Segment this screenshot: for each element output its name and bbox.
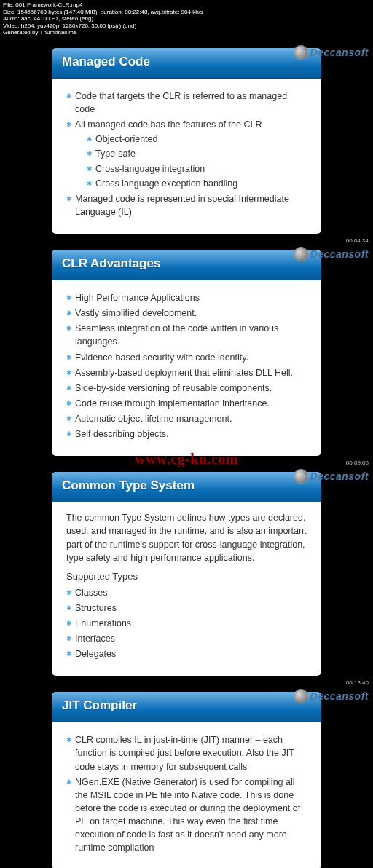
bullet-item: Side-by-side versioning of reusable comp…	[66, 382, 307, 395]
bullet-item: Structures	[66, 601, 307, 615]
meta-line: File: 001 Framework-CLR.mp4	[3, 1, 370, 9]
bullet-item: Code reuse through implementation inheri…	[66, 397, 307, 410]
slide-subheading: Supported Types	[66, 570, 307, 584]
slide-title: Managed Code	[52, 48, 321, 79]
sub-bullet-item: Cross-language integration	[87, 162, 307, 175]
logo-text: Deccansoft	[310, 47, 369, 58]
brand-logo: Deccansoft	[294, 469, 369, 484]
bullet-item: Delegates	[66, 647, 307, 660]
logo-icon	[294, 689, 308, 703]
bullet-item: Managed code is represented in special I…	[66, 192, 307, 218]
meta-line: Size: 154556763 bytes (147.40 MiB), dura…	[3, 9, 370, 16]
logo-icon	[294, 469, 308, 484]
bullet-item: NGen.EXE (Native Generator) is used for …	[66, 776, 307, 855]
slide-title: JIT Compiler	[52, 692, 321, 722]
slide-card: CLR Advantages High Performance Applicat…	[52, 250, 321, 456]
bullet-item: Seamless integration of the code written…	[66, 322, 307, 348]
bullet-item: Self describing objects.	[66, 427, 307, 441]
meta-line: Video: h264, yuv420p, 1280x720, 30.00 fp…	[3, 23, 370, 30]
slide-body: Code that targets the CLR is referred to…	[52, 79, 321, 234]
sub-bullet-item: Cross language exception handling	[87, 177, 307, 190]
timestamp: 00:09:06	[346, 459, 369, 466]
logo-icon	[294, 45, 308, 60]
bullet-list: Classes Structures Enumerations Interfac…	[66, 586, 307, 661]
slide-body: The common Type System defines how types…	[52, 502, 321, 676]
slide-thumbnail: Deccansoft CLR Advantages High Performan…	[0, 250, 373, 456]
brand-logo: Deccansoft	[294, 689, 369, 703]
bullet-list: Code that targets the CLR is referred to…	[66, 90, 307, 218]
bullet-item: Code that targets the CLR is referred to…	[66, 90, 307, 116]
bullet-item: High Performance Applications	[66, 291, 307, 304]
meta-line: Audio: aac, 44100 Hz, stereo (eng)	[3, 15, 370, 23]
file-metadata: File: 001 Framework-CLR.mp4 Size: 154556…	[0, 0, 373, 38]
slide-body: CLR compiles IL in just-in-time (JIT) ma…	[52, 722, 321, 868]
logo-text: Deccansoft	[310, 470, 369, 482]
logo-text: Deccansoft	[310, 690, 369, 702]
slide-thumbnail: Deccansoft JIT Compiler CLR compiles IL …	[0, 692, 373, 868]
slide-card: JIT Compiler CLR compiles IL in just-in-…	[52, 692, 321, 868]
bullet-text: All managed code has the features of the…	[75, 119, 262, 130]
timestamp: 00:04:34	[346, 237, 369, 244]
bullet-item: Interfaces	[66, 632, 307, 645]
bullet-item: CLR compiles IL in just-in-time (JIT) ma…	[66, 733, 307, 773]
sub-bullet-item: Object-oriented	[87, 133, 307, 146]
brand-logo: Deccansoft	[294, 247, 369, 261]
slide-thumbnail: Deccansoft Common Type System The common…	[0, 472, 373, 676]
bullet-item: Automatic object lifetime management.	[66, 412, 307, 425]
sub-bullet-list: Object-oriented Type-safe Cross-language…	[87, 133, 307, 190]
bullet-list: High Performance Applications Vastly sim…	[66, 291, 307, 441]
bullet-list: CLR compiles IL in just-in-time (JIT) ma…	[66, 733, 307, 854]
logo-icon	[294, 247, 308, 261]
bullet-item: Vastly simplified development.	[66, 307, 307, 320]
brand-logo: Deccansoft	[294, 45, 369, 60]
bullet-item: Enumerations	[66, 617, 307, 630]
bullet-item: Evidence-based security with code identi…	[66, 351, 307, 364]
meta-line: Generated by Thumbnail me	[3, 29, 370, 36]
slide-title: CLR Advantages	[52, 250, 321, 280]
bullet-item: Assembly-based deployment that eliminate…	[66, 366, 307, 379]
logo-text: Deccansoft	[310, 248, 369, 260]
slide-card: Common Type System The common Type Syste…	[52, 472, 321, 676]
bullet-item: All managed code has the features of the…	[66, 118, 307, 190]
slide-card: Managed Code Code that targets the CLR i…	[52, 48, 321, 234]
timestamp: 00:13:40	[346, 679, 369, 686]
sub-bullet-item: Type-safe	[87, 147, 307, 160]
slide-body: High Performance Applications Vastly sim…	[52, 280, 321, 456]
slide-paragraph: The common Type System defines how types…	[66, 511, 307, 564]
slide-title: Common Type System	[52, 472, 321, 502]
bullet-item: Classes	[66, 586, 307, 599]
slide-thumbnail: Deccansoft Managed Code Code that target…	[0, 48, 373, 234]
